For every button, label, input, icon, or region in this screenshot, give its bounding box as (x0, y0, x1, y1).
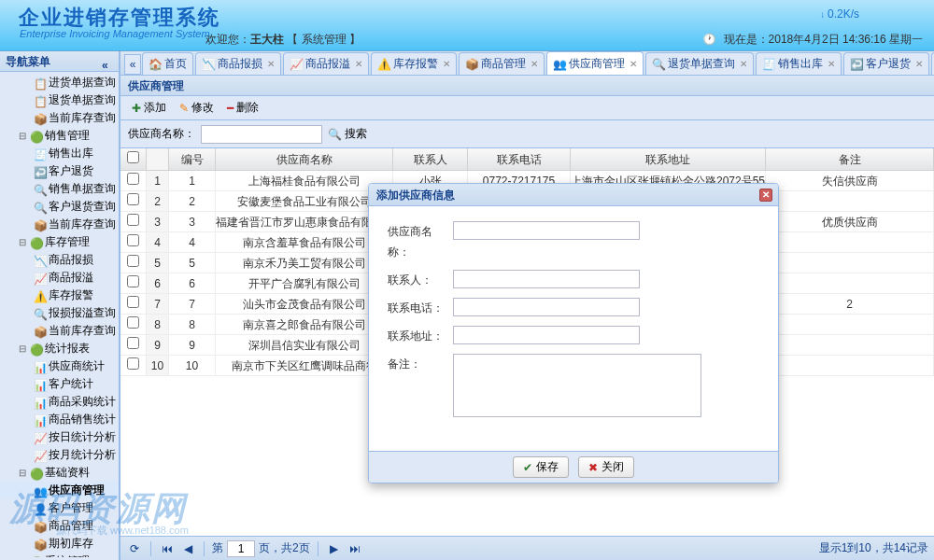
tab-close-icon[interactable]: ✕ (531, 59, 538, 69)
pager-first-icon[interactable]: ⏮ (159, 540, 176, 557)
tab[interactable]: 📦商品管理✕ (459, 52, 545, 75)
nav-item[interactable]: 👤客户管理 (0, 499, 119, 517)
tab[interactable]: 👥供应商管理✕ (546, 51, 644, 75)
nav-item[interactable]: ↩️客户退货 (0, 162, 119, 180)
tab-scroll-left-icon[interactable]: « (124, 54, 141, 75)
nav-item-label: 当前库存查询 (49, 111, 116, 124)
row-checkbox[interactable] (127, 275, 139, 287)
tree-toggle-icon[interactable]: ⊟ (19, 465, 28, 481)
tab[interactable]: 🔍退货单据查询✕ (645, 52, 754, 75)
tab-close-icon[interactable]: ✕ (828, 59, 835, 69)
nav-item[interactable]: 📋进货单据查询 (0, 74, 119, 91)
nav-item[interactable]: ⊟🟢销售管理 (0, 127, 119, 145)
row-checkbox[interactable] (127, 193, 139, 205)
nav-item[interactable]: 📊商品销售统计 (0, 411, 119, 428)
row-checkbox[interactable] (127, 337, 139, 349)
nav-item-label: 商品采购统计 (49, 395, 116, 408)
tab[interactable]: 🧾销售出库✕ (756, 52, 842, 75)
add-button[interactable]: ✚添加 (126, 98, 172, 118)
edit-button[interactable]: ✎修改 (174, 98, 219, 118)
nav-item[interactable]: 👥供应商管理 (0, 482, 119, 499)
nav-item[interactable]: 📊商品采购统计 (0, 393, 119, 411)
pager-next-icon[interactable]: ▶ (326, 540, 343, 557)
dialog-close-icon[interactable]: ✕ (759, 189, 772, 202)
row-checkbox[interactable] (127, 296, 139, 308)
tab-close-icon[interactable]: ✕ (915, 59, 923, 69)
nav-item[interactable]: 📦期初库存 (0, 535, 119, 553)
tab-close-icon[interactable]: ✕ (267, 59, 275, 69)
contact-input[interactable] (453, 270, 640, 288)
nav-item-label: 商品管理 (49, 519, 93, 532)
tab-close-icon[interactable]: ✕ (740, 59, 747, 69)
tab[interactable]: 🏠首页 (142, 52, 193, 75)
pager-page-input[interactable] (227, 540, 255, 557)
phone-input[interactable] (453, 298, 640, 316)
tree-toggle-icon[interactable]: ⊟ (19, 128, 28, 144)
nav-item[interactable]: 📋退货单据查询 (0, 91, 119, 109)
tree-toggle-icon[interactable]: ⊟ (19, 234, 28, 250)
row-checkbox[interactable] (127, 357, 139, 370)
nav-item[interactable]: 📦当前库存查询 (0, 322, 119, 340)
pager-prev-icon[interactable]: ◀ (179, 540, 196, 557)
tab[interactable]: ↩️客户退货✕ (843, 52, 929, 75)
pager-refresh-icon[interactable]: ⟳ (126, 540, 143, 557)
nav-item[interactable]: 📦商品管理 (0, 517, 119, 535)
save-button[interactable]: ✔保存 (513, 456, 569, 478)
nav-item[interactable]: 📈商品报溢 (0, 269, 119, 287)
header-contact[interactable]: 联系人 (393, 148, 468, 170)
nav-item[interactable]: ⊟🟢统计报表 (0, 340, 119, 357)
tree-toggle-icon[interactable]: ⊟ (19, 553, 28, 557)
nav-item[interactable]: 📊供应商统计 (0, 357, 119, 375)
tab[interactable]: 📈商品报溢✕ (283, 52, 369, 75)
panel-title: 供应商管理 (120, 76, 934, 96)
nav-item-icon: 📊 (34, 378, 47, 391)
delete-button[interactable]: ━删除 (221, 98, 264, 118)
cell-name: 福建省晋江市罗山惠康食品有限公司 (216, 212, 393, 231)
address-input[interactable] (453, 326, 640, 344)
sidebar-collapse-icon[interactable]: « (102, 55, 115, 68)
field-label-remark: 备注： (388, 354, 453, 374)
close-button[interactable]: ✖关闭 (578, 456, 634, 478)
search-input[interactable] (201, 125, 322, 144)
nav-item[interactable]: 📈按月统计分析 (0, 446, 119, 464)
nav-item[interactable]: 📈按日统计分析 (0, 428, 119, 446)
row-checkbox[interactable] (127, 316, 139, 329)
tab-close-icon[interactable]: ✕ (443, 59, 450, 69)
remark-textarea[interactable] (453, 354, 701, 417)
nav-item-icon: 📦 (34, 538, 47, 551)
nav-item[interactable]: 📦当前库存查询 (0, 216, 119, 233)
tab[interactable]: 📉商品报损✕ (195, 52, 281, 75)
pager-last-icon[interactable]: ⏭ (347, 540, 363, 557)
nav-item[interactable]: ⊟🟢基础资料 (0, 464, 119, 482)
tab-close-icon[interactable]: ✕ (630, 59, 637, 69)
nav-item[interactable]: ⚠️库存报警 (0, 287, 119, 304)
row-checkbox[interactable] (127, 173, 139, 185)
tree-toggle-icon[interactable]: ⊟ (19, 341, 28, 357)
nav-item[interactable]: 🔍销售单据查询 (0, 180, 119, 198)
nav-item[interactable]: 📉商品报损 (0, 251, 119, 269)
nav-item[interactable]: 🔍客户退货查询 (0, 198, 119, 216)
header-remark[interactable]: 备注 (766, 148, 934, 170)
row-checkbox[interactable] (127, 214, 139, 226)
nav-item[interactable]: 🧾销售出库 (0, 145, 119, 162)
cell-id: 6 (169, 273, 216, 293)
tab-close-icon[interactable]: ✕ (355, 59, 362, 69)
select-all-checkbox[interactable] (127, 151, 139, 163)
tab[interactable]: ⚠️库存报警✕ (371, 52, 457, 75)
nav-item[interactable]: 📊客户统计 (0, 375, 119, 393)
dialog-title[interactable]: 添加供应商信息 ✕ (369, 184, 778, 206)
nav-item[interactable]: 🔍报损报溢查询 (0, 304, 119, 322)
search-button[interactable]: 🔍搜索 (328, 126, 367, 142)
cell-name: 南京含羞草食品有限公司 (216, 232, 393, 252)
supplier-name-input[interactable] (453, 221, 640, 240)
nav-item[interactable]: 📦当前库存查询 (0, 109, 119, 127)
header-phone[interactable]: 联系电话 (468, 148, 571, 170)
header-addr[interactable]: 联系地址 (571, 148, 766, 170)
header-id[interactable]: 编号 (169, 148, 216, 170)
nav-item[interactable]: ⊟🟢系统管理 (0, 553, 119, 557)
row-checkbox[interactable] (127, 234, 139, 246)
cell-remark: 2 (766, 294, 934, 314)
row-checkbox[interactable] (127, 255, 139, 267)
nav-item[interactable]: ⊟🟢库存管理 (0, 233, 119, 251)
header-name[interactable]: 供应商名称 (216, 148, 393, 170)
